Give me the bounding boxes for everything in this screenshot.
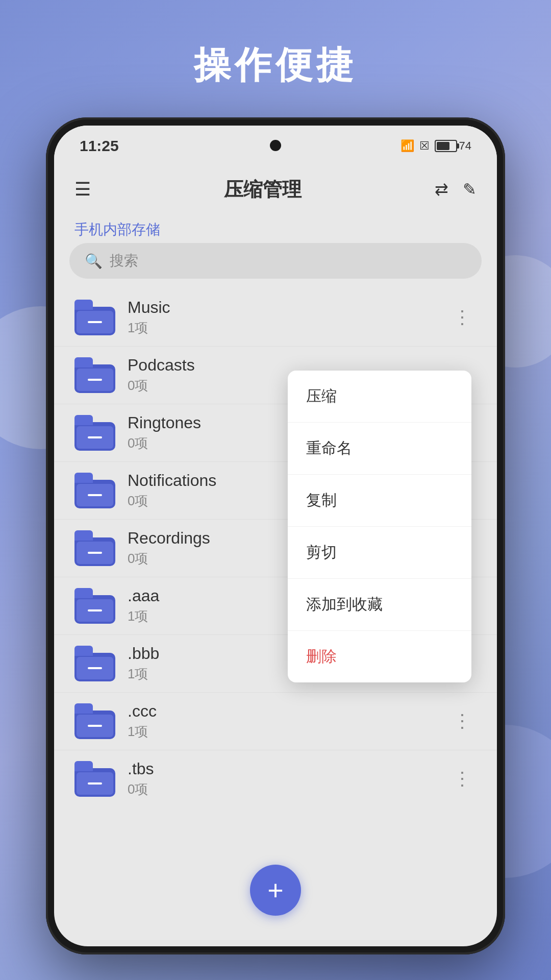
search-bar[interactable]: 🔍 搜索 — [69, 243, 482, 279]
menu-icon[interactable]: ☰ — [74, 179, 91, 200]
folder-icon — [74, 761, 115, 797]
storage-label: 手机内部存储 — [74, 220, 160, 239]
search-input[interactable]: 搜索 — [110, 251, 138, 271]
folder-icon — [74, 703, 115, 739]
file-name: Music — [128, 298, 448, 317]
status-icons: 📶 ☒ 74 — [400, 139, 471, 153]
battery-fill — [437, 142, 449, 150]
sort-icon[interactable]: ⇄ — [435, 180, 448, 199]
context-menu-item[interactable]: 删除 — [288, 631, 471, 682]
camera-notch — [270, 140, 281, 151]
file-more-icon[interactable]: ⋮ — [448, 302, 477, 333]
phone-screen: 11:25 📶 ☒ 74 ☰ 压缩管理 ⇄ ✎ 手机内部存储 — [54, 126, 497, 946]
file-item[interactable]: .tbs 0项 ⋮ — [54, 750, 497, 807]
folder-icon — [74, 473, 115, 508]
file-name: .ccc — [128, 702, 448, 721]
folder-icon — [74, 588, 115, 624]
file-item[interactable]: .ccc 1项 ⋮ — [54, 693, 497, 750]
file-info: .tbs 0项 — [128, 760, 448, 798]
context-menu-item[interactable]: 添加到收藏 — [288, 579, 471, 631]
file-info: Music 1项 — [128, 298, 448, 337]
app-title: 压缩管理 — [224, 177, 302, 203]
battery-level: 74 — [459, 139, 471, 153]
context-menu-item[interactable]: 复制 — [288, 475, 471, 527]
folder-icon — [74, 646, 115, 681]
folder-icon — [74, 415, 115, 451]
context-menu: 压缩重命名复制剪切添加到收藏删除 — [288, 371, 471, 682]
header-actions: ⇄ ✎ — [435, 180, 477, 199]
file-more-icon[interactable]: ⋮ — [448, 705, 477, 737]
status-time: 11:25 — [80, 137, 119, 155]
signal-icon: ☒ — [419, 139, 430, 153]
phone-frame: 11:25 📶 ☒ 74 ☰ 压缩管理 ⇄ ✎ 手机内部存储 — [46, 117, 505, 954]
file-item[interactable]: Music 1项 ⋮ — [54, 289, 497, 347]
context-menu-item[interactable]: 压缩 — [288, 371, 471, 423]
file-more-icon[interactable]: ⋮ — [448, 763, 477, 795]
edit-icon[interactable]: ✎ — [463, 180, 477, 199]
fab-add-button[interactable]: + — [250, 865, 301, 916]
battery-box — [435, 140, 457, 152]
file-count: 1项 — [128, 319, 448, 337]
context-menu-item[interactable]: 重命名 — [288, 423, 471, 475]
folder-icon — [74, 357, 115, 393]
folder-icon — [74, 300, 115, 335]
file-info: .ccc 1项 — [128, 702, 448, 741]
file-count: 0项 — [128, 780, 448, 798]
battery-indicator: 74 — [435, 139, 471, 153]
folder-icon — [74, 530, 115, 566]
page-title: 操作便捷 — [0, 41, 551, 90]
wifi-icon: 📶 — [400, 139, 414, 153]
file-name: .tbs — [128, 760, 448, 778]
app-header: ☰ 压缩管理 ⇄ ✎ — [54, 166, 497, 212]
file-count: 1项 — [128, 723, 448, 741]
context-menu-item[interactable]: 剪切 — [288, 527, 471, 579]
search-icon: 🔍 — [85, 253, 103, 270]
